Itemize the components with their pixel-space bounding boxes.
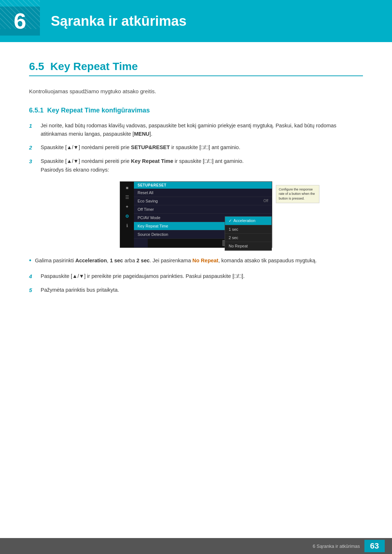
option-norepeat: No Repeat: [192, 258, 219, 263]
bullet-item-1: • Galima pasirinkti Acceleration, 1 sec …: [29, 257, 363, 265]
menu-item-eco-label: Eco Saving: [138, 199, 158, 203]
option-acceleration: Acceleration: [75, 258, 107, 263]
submenu-1sec: 1 sec: [225, 225, 271, 234]
chapter-number-box: 6: [0, 7, 40, 36]
submenu-2sec: 2 sec: [225, 234, 271, 242]
menu-mockup-container: ■ ☰ ✦ ⚙ ℹ SETUP&RESET Reset All Eco Savi…: [29, 181, 363, 248]
submenu-norepeat: No Repeat: [225, 242, 271, 250]
menu-icons-sidebar: ■ ☰ ✦ ⚙ ℹ: [120, 182, 134, 247]
step-number-4: 4: [29, 272, 39, 281]
step-4: 4 Paspauskite [▲/▼] ir pereikite prie pa…: [29, 272, 363, 281]
menu-item-offtimer-label: Off Timer: [138, 207, 154, 212]
menu-item-reset: Reset All: [134, 189, 272, 197]
step-2: 2 Spauskite [▲/▼] norėdami pereiti prie …: [29, 143, 363, 152]
step3-bold: Key Repeat Time: [131, 158, 173, 164]
step-number-3: 3: [29, 157, 39, 166]
step1-bold: MENU: [134, 131, 150, 137]
menu-item-source-label: Source Detection: [138, 232, 168, 237]
intro-text: Kontroliuojamas spaudžiamo mygtuko atsak…: [29, 87, 363, 96]
check-mark-icon: ✓: [229, 218, 232, 223]
icon-settings-active: ⚙: [123, 212, 131, 220]
menu-item-keyrepeat-label: Key Repeat Time: [138, 224, 168, 228]
steps-list-2: 4 Paspauskite [▲/▼] ir pereikite prie pa…: [29, 272, 363, 295]
bullet-list: • Galima pasirinkti Acceleration, 1 sec …: [29, 257, 363, 265]
step-number-1: 1: [29, 122, 39, 130]
step-number-2: 2: [29, 143, 39, 152]
header-bg-pattern: [0, 0, 40, 29]
step-number-5: 5: [29, 286, 39, 295]
chapter-title: Sąranka ir atkūrimas: [51, 13, 187, 29]
icon-color: ✦: [123, 203, 131, 211]
subsection-title: 6.5.1 Key Repeat Time konfigūravimas: [29, 107, 363, 114]
step-content-5: Pažymėta parinktis bus pritaikyta.: [41, 286, 363, 294]
steps-list: 1 Jei norite, kad būtų rodomas klavišų v…: [29, 122, 363, 174]
step2-bold: SETUP&RESET: [131, 144, 170, 150]
option-2sec: 2 sec: [136, 258, 150, 263]
bullet-text: Galima pasirinkti Acceleration, 1 sec ar…: [35, 257, 317, 265]
step-content-2: Spauskite [▲/▼] norėdami pereiti prie SE…: [41, 143, 363, 152]
page-footer: 6 Sąranka ir atkūrimas 63: [0, 538, 392, 554]
bullet-dot-icon: •: [29, 257, 31, 265]
option-1sec: 1 sec: [110, 258, 123, 263]
step-content-3: Spauskite [▲/▼] norėdami pereiti prie Ke…: [41, 157, 363, 174]
section-title: 6.5 Key Repeat Time: [29, 60, 363, 76]
footer-text: 6 Sąranka ir atkūrimas: [313, 543, 360, 549]
menu-item-pcav-label: PC/AV Mode: [138, 216, 160, 220]
main-content: 6.5 Key Repeat Time Kontroliuojamas spau…: [0, 60, 392, 295]
chapter-header: 6 Sąranka ir atkūrimas: [0, 0, 392, 42]
menu-mockup: ■ ☰ ✦ ⚙ ℹ SETUP&RESET Reset All Eco Savi…: [120, 181, 272, 248]
footer-page-number: 63: [364, 540, 385, 553]
icon-brightness: ☰: [123, 193, 131, 201]
menu-header: SETUP&RESET: [134, 182, 272, 189]
menu-item-reset-label: Reset All: [138, 190, 153, 195]
step-3: 3 Spauskite [▲/▼] norėdami pereiti prie …: [29, 157, 363, 174]
icon-info: ℹ: [123, 222, 131, 230]
step-5: 5 Pažymėta parinktis bus pritaikyta.: [29, 286, 363, 295]
submenu-popup: ✓Acceleration 1 sec 2 sec No Repeat: [225, 216, 272, 251]
step-1: 1 Jei norite, kad būtų rodomas klavišų v…: [29, 122, 363, 138]
icon-display: ■: [123, 184, 131, 192]
menu-item-eco: Eco Saving Off: [134, 197, 272, 205]
menu-item-offtimer: Off Timer: [134, 205, 272, 214]
submenu-acceleration: ✓Acceleration: [225, 217, 271, 225]
menu-item-eco-value: Off: [264, 199, 268, 203]
step3-subtext: Pasirodys šis ekrano rodinys:: [41, 167, 109, 173]
step-content-4: Paspauskite [▲/▼] ir pereikite prie page…: [41, 272, 363, 280]
tooltip: Configure the response rate of a button …: [276, 185, 319, 203]
step-content-1: Jei norite, kad būtų rodomas klavišų vad…: [41, 122, 363, 138]
